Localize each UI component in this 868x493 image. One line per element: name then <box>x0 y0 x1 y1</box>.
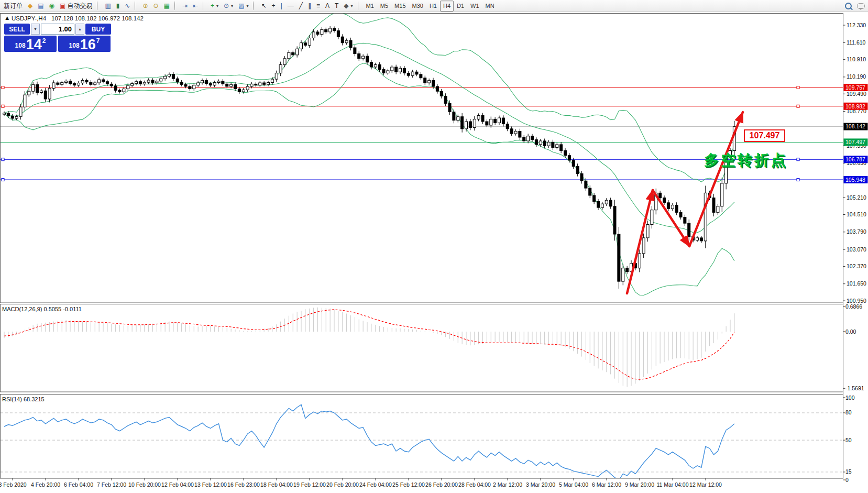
timeframe-m30-button[interactable]: M30 <box>409 1 426 12</box>
cursor-button[interactable]: ↖ <box>258 1 269 12</box>
vertical-line-icon: | <box>281 3 282 9</box>
candlestick-icon: ▮ <box>116 3 120 9</box>
chart-canvas[interactable]: 112.330111.610110.910110.190109.490108.7… <box>0 12 868 493</box>
signals-button[interactable]: ◉ <box>47 1 57 12</box>
candlestick-chart-button[interactable]: ▮ <box>114 1 123 12</box>
periods-button[interactable]: ⊙▾ <box>221 1 236 12</box>
price-line-label: 105.948 <box>845 177 865 183</box>
crosshair-icon: + <box>272 3 276 9</box>
search-icon[interactable] <box>845 3 852 9</box>
trendline-button[interactable]: ╱ <box>296 1 305 12</box>
zoom-out-button[interactable]: ⊖ <box>150 1 161 12</box>
toolbar-separator <box>97 2 101 10</box>
svg-text:0: 0 <box>845 477 849 483</box>
svg-text:13 Feb 12:00: 13 Feb 12:00 <box>194 481 227 488</box>
timeframe-m1-button[interactable]: M1 <box>363 1 377 12</box>
svg-text:7 Feb 12:00: 7 Feb 12:00 <box>97 481 126 488</box>
vertical-line-button[interactable]: | <box>278 1 285 12</box>
buy-price-button[interactable]: 108 16 7 <box>58 36 111 52</box>
toolbar-separator <box>203 2 206 10</box>
svg-text:101.650: 101.650 <box>847 280 866 287</box>
crosshair-button[interactable]: + <box>269 1 278 12</box>
svg-text:0.00: 0.00 <box>845 328 856 335</box>
chart-shift-button[interactable]: ⇤ <box>190 1 201 12</box>
autotrade-icon: ▣ <box>60 3 65 9</box>
auto-scroll-button[interactable]: ⇥ <box>180 1 190 12</box>
funnel-icon: ◆ <box>28 3 32 9</box>
svg-text:9 Mar 20:00: 9 Mar 20:00 <box>625 481 654 488</box>
new-order-button-label: 新订单 <box>4 2 23 10</box>
auto-scroll-icon: ⇥ <box>182 3 188 9</box>
svg-text:103.790: 103.790 <box>847 228 866 235</box>
buy-price-big: 16 <box>80 38 96 51</box>
svg-text:18 Feb 04:00: 18 Feb 04:00 <box>260 481 293 488</box>
svg-text:28 Feb 04:00: 28 Feb 04:00 <box>458 481 491 488</box>
chevron-down-icon[interactable]: ▾ <box>231 4 233 8</box>
horizontal-line-button[interactable]: — <box>285 1 296 12</box>
ohlc-readout: 107.128 108.182 106.972 108.142 <box>51 15 144 21</box>
turning-point-annotation[interactable]: 多空转折点 <box>704 152 788 168</box>
price-callout-text: 107.497 <box>750 131 780 140</box>
svg-text:4 Feb 20:00: 4 Feb 20:00 <box>31 481 60 488</box>
new-order-button[interactable]: 新订单 <box>1 1 25 12</box>
volume-input[interactable]: 1.00 <box>41 24 74 35</box>
trend-arrows[interactable] <box>627 112 743 293</box>
svg-text:102.370: 102.370 <box>847 263 866 269</box>
volume-decrease-button[interactable]: ▼ <box>31 24 40 35</box>
indicators-button[interactable]: +▾ <box>208 1 221 12</box>
chat-icon[interactable] <box>857 3 865 9</box>
chevron-down-icon[interactable]: ▾ <box>351 4 353 8</box>
sell-button[interactable]: SELL <box>4 24 30 35</box>
fibonacci-button[interactable]: ≡ <box>314 1 323 12</box>
svg-text:25 Feb 12:00: 25 Feb 12:00 <box>392 481 425 488</box>
tile-windows-button[interactable]: ▦ <box>161 1 172 12</box>
chevron-down-icon[interactable]: ▾ <box>216 4 218 8</box>
toolbar-separator <box>358 2 361 10</box>
sell-price-sup: 2 <box>42 37 46 45</box>
svg-text:0.6866: 0.6866 <box>845 303 862 310</box>
timeframe-m5-button[interactable]: M5 <box>377 1 391 12</box>
templates-button[interactable]: ▨▾ <box>236 1 251 12</box>
zoom-in-button[interactable]: ⊕ <box>140 1 150 12</box>
timeframe-m15-button[interactable]: M15 <box>391 1 409 12</box>
timeframe-d1-button[interactable]: D1 <box>454 1 467 12</box>
add-indicator-icon: + <box>211 3 214 9</box>
svg-text:3 Mar 20:00: 3 Mar 20:00 <box>526 481 555 488</box>
svg-text:11 Mar 04:00: 11 Mar 04:00 <box>656 481 688 488</box>
price-callout[interactable]: 107.497 <box>744 130 785 141</box>
svg-text:103.070: 103.070 <box>847 246 866 253</box>
timeframe-h1-button[interactable]: H1 <box>426 1 440 12</box>
timeframe-h4-button[interactable]: H4 <box>440 1 454 12</box>
chevron-down-icon[interactable]: ▾ <box>246 4 248 8</box>
sell-price-button[interactable]: 108 14 2 <box>4 36 57 52</box>
fibonacci-icon: ≡ <box>316 3 320 9</box>
svg-text:10 Feb 20:00: 10 Feb 20:00 <box>128 481 161 488</box>
arrows-button[interactable]: ◆▾ <box>341 1 355 12</box>
buy-button[interactable]: BUY <box>85 24 111 35</box>
svg-text:100: 100 <box>845 395 855 401</box>
volume-increase-button[interactable]: ▲ <box>75 24 84 35</box>
timeframe-mn-button[interactable]: MN <box>482 1 498 12</box>
line-chart-button[interactable]: ∿ <box>122 1 133 12</box>
timeframe-w1-button[interactable]: W1 <box>467 1 482 12</box>
clock-icon: ⊙ <box>224 3 229 9</box>
rsi-indicator <box>1 404 843 480</box>
autotrading-button[interactable]: ▣自动交易 <box>57 1 95 12</box>
charts-window-button[interactable]: ▤ <box>35 1 46 12</box>
svg-text:15: 15 <box>845 468 852 475</box>
collapse-triangle-icon[interactable]: ▲ <box>4 15 10 21</box>
text-button[interactable]: A <box>323 1 332 12</box>
buy-price-prefix: 108 <box>69 42 80 49</box>
svg-text:24 Feb 04:00: 24 Feb 04:00 <box>359 481 392 488</box>
channel-button[interactable]: ∥ <box>305 1 314 12</box>
chart-tool-button[interactable]: ◆ <box>25 1 35 12</box>
bar-chart-button[interactable]: ▥ <box>102 1 113 12</box>
text-label-button[interactable]: T <box>332 1 341 12</box>
panel-frames <box>1 14 843 479</box>
zoom-in-icon: ⊕ <box>142 3 148 9</box>
svg-text:104.510: 104.510 <box>847 211 866 217</box>
toolbar-separator <box>135 2 138 10</box>
bar-chart-icon: ▥ <box>105 3 111 9</box>
svg-text:3 Feb 2020: 3 Feb 2020 <box>0 481 27 488</box>
svg-text:6 Feb 04:00: 6 Feb 04:00 <box>64 481 93 488</box>
